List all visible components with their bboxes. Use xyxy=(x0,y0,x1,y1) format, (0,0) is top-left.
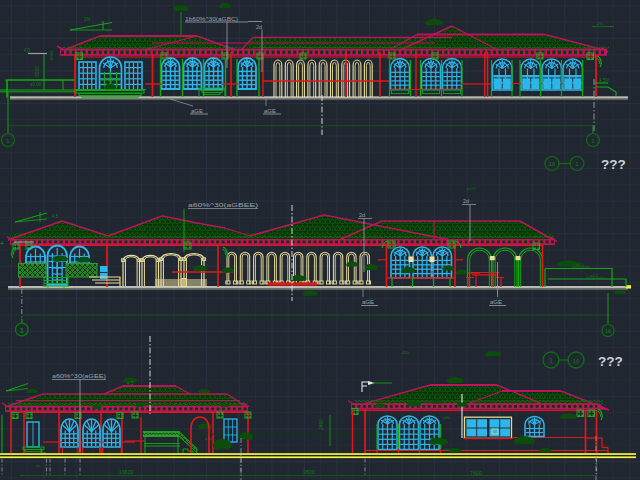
svg-text:3600: 3600 xyxy=(303,469,315,475)
svg-text:2d: 2d xyxy=(359,212,365,218)
svg-text:aGE: aGE xyxy=(362,299,374,305)
svg-text:16: 16 xyxy=(549,161,556,167)
svg-text:2%: 2% xyxy=(597,21,603,26)
svg-text:+: + xyxy=(0,240,4,247)
svg-text:a4.5: a4.5 xyxy=(576,262,585,267)
svg-text:2%: 2% xyxy=(84,17,91,22)
svg-text:a60%^30(aGEE): a60%^30(aGEE) xyxy=(52,372,106,379)
svg-text:7600: 7600 xyxy=(470,470,482,476)
svg-text:a30: a30 xyxy=(443,447,450,452)
svg-text:a0.00: a0.00 xyxy=(30,82,42,87)
svg-text:a###: a### xyxy=(467,186,477,191)
svg-text:2d: 2d xyxy=(256,24,262,30)
svg-text:6040: 6040 xyxy=(49,50,54,60)
svg-text:aGE: aGE xyxy=(264,108,276,114)
svg-text:4.5%: 4.5% xyxy=(599,78,609,83)
svg-text:aGE: aGE xyxy=(490,299,502,305)
svg-text:???: ??? xyxy=(598,354,623,369)
svg-text:1: 1 xyxy=(549,357,553,364)
svg-text:aa: aa xyxy=(36,463,41,468)
svg-text:4.5: 4.5 xyxy=(127,381,134,386)
svg-text:450: 450 xyxy=(402,350,409,355)
svg-text:a30: a30 xyxy=(443,415,450,420)
svg-text:1b60%^30(aGBC): 1b60%^30(aGBC) xyxy=(185,15,238,22)
svg-text:16: 16 xyxy=(573,358,580,364)
svg-text:3200: 3200 xyxy=(34,66,40,77)
svg-text:a4.5: a4.5 xyxy=(590,273,599,278)
svg-text:2d: 2d xyxy=(463,198,469,204)
svg-text:???: ??? xyxy=(601,157,626,172)
svg-text:1: 1 xyxy=(20,326,25,335)
svg-text:aGE: aGE xyxy=(191,108,203,114)
svg-text:4.5: 4.5 xyxy=(52,214,59,219)
svg-text:19600: 19600 xyxy=(119,469,134,475)
svg-text:2400: 2400 xyxy=(318,419,324,430)
svg-text:4.5: 4.5 xyxy=(24,48,31,53)
svg-text:16: 16 xyxy=(605,328,611,334)
svg-text:a60%^30(aGBEE): a60%^30(aGBEE) xyxy=(188,201,258,208)
